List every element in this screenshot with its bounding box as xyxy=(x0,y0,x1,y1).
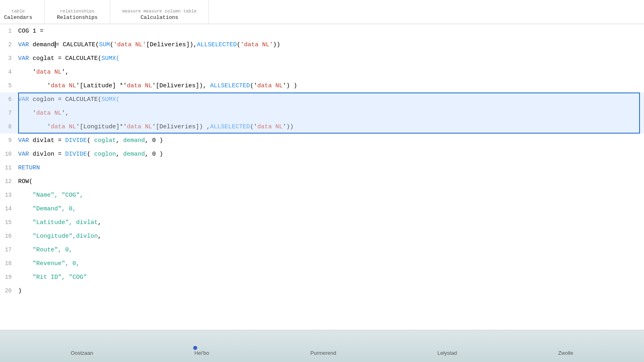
tab-calculations[interactable]: measure measure column table Calculation… xyxy=(110,0,209,24)
token-13-0: "Name", "COG", xyxy=(18,192,83,199)
code-line-17[interactable]: 17 "Route", 0, xyxy=(0,243,644,257)
tab-top-label-2: relationships xyxy=(60,9,95,14)
token-16-0: "Longitude", xyxy=(18,233,76,240)
code-line-12[interactable]: 12ROW( xyxy=(0,175,644,188)
code-line-11[interactable]: 11RETURN xyxy=(0,161,644,175)
line-number-3: 3 xyxy=(0,55,18,62)
line-content-16: "Longitude",divlon, xyxy=(18,233,101,240)
tab-bottom-label: Calendars xyxy=(4,14,32,21)
token-5-5: ALLSELECTED xyxy=(210,82,250,89)
token-5-4: '[Deliveries]), xyxy=(152,82,210,89)
token-5-6: (' xyxy=(250,82,257,89)
token-3-1: coglat = CALCULATE( xyxy=(33,55,101,62)
token-4-0: ' xyxy=(18,69,36,76)
token-8-6: (' xyxy=(250,123,257,130)
token-2-1: demand xyxy=(33,41,54,48)
line-content-18: "Revenue", 0, xyxy=(18,260,80,267)
line-content-3: VAR coglat = CALCULATE(SUMX( xyxy=(18,55,120,62)
code-line-14[interactable]: 14 "Demand", 0, xyxy=(0,202,644,216)
token-18-0: "Revenue", 0, xyxy=(18,260,80,267)
line-content-7: 'data NL', xyxy=(18,110,69,117)
code-line-8[interactable]: 8 'data NL'[Longitude]*'data NL'[Deliver… xyxy=(0,120,644,134)
token-9-6: demand xyxy=(123,137,145,144)
token-15-1: divlat xyxy=(76,219,98,226)
token-7-1: data NL xyxy=(36,110,62,117)
token-5-1: data NL xyxy=(51,82,76,89)
token-10-6: demand xyxy=(123,151,145,158)
line-number-20: 20 xyxy=(0,288,18,294)
line-content-2: VAR demand= CALCULATE(SUM('data NL'[Deli… xyxy=(18,41,280,48)
code-line-16[interactable]: 16 "Longitude",divlon, xyxy=(0,229,644,243)
token-7-0: ' xyxy=(18,110,36,117)
token-10-0: VAR xyxy=(18,151,33,158)
token-7-2: ', xyxy=(62,110,69,117)
line-number-1: 1 xyxy=(0,28,18,34)
code-line-5[interactable]: 5 'data NL'[Latitude] *'data NL'[Deliver… xyxy=(0,79,644,93)
tab-bottom-label-2: Relationships xyxy=(57,14,97,21)
line-content-9: VAR divlat = DIVIDE( coglat, demand, 0 ) xyxy=(18,137,163,144)
code-line-10[interactable]: 10VAR divlon = DIVIDE( coglon, demand, 0… xyxy=(0,147,644,161)
line-number-12: 12 xyxy=(0,178,18,185)
token-10-4: coglon xyxy=(94,151,116,158)
token-2-3: = CALCULATE( xyxy=(56,41,99,48)
code-line-18[interactable]: 18 "Revenue", 0, xyxy=(0,257,644,270)
code-line-19[interactable]: 19 "Rit ID", "COG" xyxy=(0,270,644,284)
code-line-9[interactable]: 9VAR divlat = DIVIDE( coglat, demand, 0 … xyxy=(0,134,644,147)
map-label-3: Lelystad xyxy=(438,350,457,356)
code-line-7[interactable]: 7 'data NL', xyxy=(0,106,644,120)
code-line-15[interactable]: 15 "Latitude", divlat, xyxy=(0,216,644,229)
token-9-7: , 0 ) xyxy=(145,137,163,144)
line-content-15: "Latitude", divlat, xyxy=(18,219,101,226)
token-8-1: data NL xyxy=(51,123,76,130)
code-line-1[interactable]: 1COG 1 = xyxy=(0,24,644,38)
line-number-4: 4 xyxy=(0,69,18,75)
code-line-3[interactable]: 3VAR coglat = CALCULATE(SUMX( xyxy=(0,51,644,65)
token-2-10: 'data NL' xyxy=(240,41,273,48)
token-8-8: ')) xyxy=(283,123,293,130)
line-number-17: 17 xyxy=(0,247,18,253)
token-15-2: , xyxy=(98,219,101,226)
token-9-4: coglat xyxy=(94,137,116,144)
token-14-0: "Demand", 0, xyxy=(18,206,76,212)
token-5-8: ') ) xyxy=(283,82,297,89)
tab-relationships[interactable]: relationships Relationships xyxy=(45,0,110,24)
map-preview: Oostzaan Hei'bo Purmerend Lelystad Zwoll… xyxy=(0,330,644,362)
code-line-20[interactable]: 20) xyxy=(0,284,644,298)
line-content-20: ) xyxy=(18,288,22,294)
token-10-1: divlon = xyxy=(33,151,65,158)
token-17-0: "Route", 0, xyxy=(18,247,72,253)
line-content-12: ROW( xyxy=(18,178,33,185)
token-12-0: ROW( xyxy=(18,178,33,185)
tab-top-label-3: measure measure column table xyxy=(122,9,197,14)
line-number-16: 16 xyxy=(0,233,18,239)
token-2-9: ( xyxy=(237,41,240,48)
token-8-2: '[Longitude]*' xyxy=(76,123,127,130)
code-line-4[interactable]: 4 'data NL', xyxy=(0,65,644,79)
token-5-2: '[Latitude] *' xyxy=(76,82,127,89)
token-4-1: data NL xyxy=(36,69,62,76)
code-line-13[interactable]: 13 "Name", "COG", xyxy=(0,188,644,202)
tab-bottom-label-3: Calculations xyxy=(140,14,178,21)
code-line-2[interactable]: 2VAR demand= CALCULATE(SUM('data NL'[Del… xyxy=(0,38,644,51)
token-9-2: DIVIDE xyxy=(65,137,87,144)
line-number-13: 13 xyxy=(0,192,18,198)
token-2-6: 'data NL' xyxy=(114,41,146,48)
editor-area[interactable]: 1COG 1 = 2VAR demand= CALCULATE(SUM('dat… xyxy=(0,24,644,330)
tab-top-label: table xyxy=(12,9,25,14)
code-editor[interactable]: 1COG 1 = 2VAR demand= CALCULATE(SUM('dat… xyxy=(0,24,644,330)
token-20-0: ) xyxy=(18,288,22,294)
token-5-7: data NL xyxy=(257,82,283,89)
line-number-18: 18 xyxy=(0,260,18,267)
line-content-6: VAR coglon = CALCULATE(SUMX( xyxy=(18,96,120,103)
token-9-0: VAR xyxy=(18,137,33,144)
token-10-3: ( xyxy=(87,151,94,158)
token-8-3: data NL xyxy=(127,123,152,130)
token-1-0: COG 1 = xyxy=(18,28,47,35)
line-content-5: 'data NL'[Latitude] *'data NL'[Deliverie… xyxy=(18,82,297,89)
code-line-6[interactable]: 6VAR coglon = CALCULATE(SUMX( xyxy=(0,93,644,106)
token-15-0: "Latitude", xyxy=(18,219,76,226)
tab-calendars[interactable]: table Calendars xyxy=(0,0,45,24)
map-label-1: Hei'bo xyxy=(194,350,209,356)
token-2-4: SUM xyxy=(99,41,110,48)
token-6-1: coglon = CALCULATE( xyxy=(33,96,101,103)
